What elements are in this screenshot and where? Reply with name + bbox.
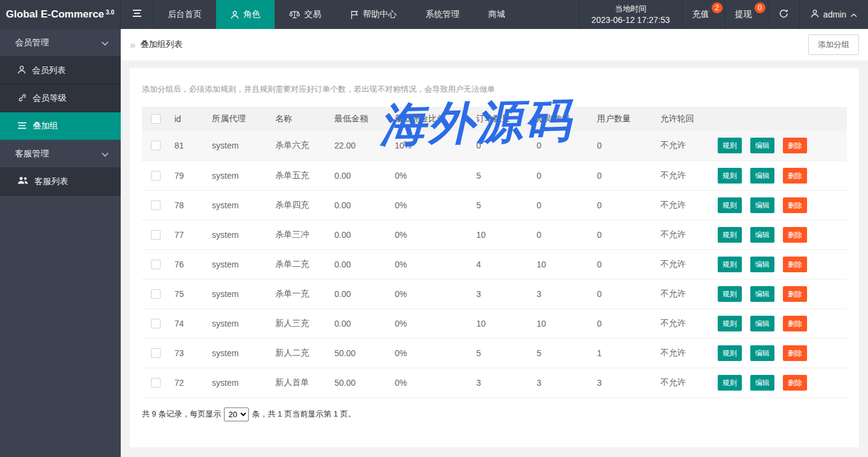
row-checkbox[interactable] bbox=[151, 200, 161, 210]
sidebar-toggle-button[interactable] bbox=[121, 0, 153, 29]
sidebar-item-member-list[interactable]: 会员列表 bbox=[0, 57, 121, 85]
edit-button[interactable]: 编辑 bbox=[750, 227, 774, 243]
recharge-label: 充值 bbox=[692, 9, 709, 20]
delete-button[interactable]: 删除 bbox=[783, 138, 807, 153]
cell-loop: 不允许 bbox=[657, 368, 714, 397]
col-header-loop: 允许轮回 bbox=[657, 107, 714, 131]
cell-id: 75 bbox=[171, 279, 208, 308]
cell-order-count: 5 bbox=[473, 338, 533, 368]
flag-icon bbox=[350, 10, 359, 19]
rule-button[interactable]: 规则 bbox=[718, 286, 742, 302]
row-checkbox[interactable] bbox=[151, 348, 161, 358]
cell-loop: 不允许 bbox=[657, 308, 714, 338]
delete-button[interactable]: 删除 bbox=[783, 168, 807, 184]
sidebar-item-stack-group[interactable]: 叠加组 bbox=[0, 112, 121, 140]
cell-actions: 规则编辑删除 bbox=[714, 279, 847, 308]
nav-item-system[interactable]: 系统管理 bbox=[411, 0, 474, 29]
scales-icon bbox=[289, 10, 300, 19]
cell-actions: 规则编辑删除 bbox=[714, 338, 847, 368]
row-checkbox[interactable] bbox=[151, 289, 161, 299]
add-group-button[interactable]: 添加分组 bbox=[808, 34, 859, 55]
sidebar-item-member-level[interactable]: 会员等级 bbox=[0, 85, 121, 112]
cell-actions: 规则编辑删除 bbox=[714, 249, 847, 279]
stack-group-table: id 所属代理 名称 最低金额 最低佣金比例 订单数量 规则数量 用户数量 允许… bbox=[142, 107, 847, 398]
sidebar-item-label: 会员等级 bbox=[33, 93, 66, 104]
delete-button[interactable]: 删除 bbox=[783, 286, 807, 302]
edit-button[interactable]: 编辑 bbox=[750, 197, 774, 213]
rule-button[interactable]: 规则 bbox=[718, 316, 742, 331]
withdraw-button[interactable]: 提现 0 bbox=[726, 0, 768, 29]
edit-button[interactable]: 编辑 bbox=[750, 345, 774, 361]
delete-button[interactable]: 删除 bbox=[783, 345, 807, 361]
edit-button[interactable]: 编辑 bbox=[750, 316, 774, 331]
delete-button[interactable]: 删除 bbox=[783, 197, 807, 213]
select-all-checkbox[interactable] bbox=[151, 114, 161, 124]
table-row: 81system杀单六充22.0010%000不允许规则编辑删除 bbox=[142, 131, 847, 161]
cell-actions: 规则编辑删除 bbox=[714, 368, 847, 397]
edit-button[interactable]: 编辑 bbox=[750, 286, 774, 302]
sidebar-item-label: 客服列表 bbox=[34, 176, 68, 187]
delete-button[interactable]: 删除 bbox=[783, 375, 807, 391]
rule-button[interactable]: 规则 bbox=[718, 375, 742, 391]
cell-id: 77 bbox=[171, 220, 208, 249]
link-icon bbox=[18, 93, 27, 104]
nav-label: 交易 bbox=[304, 9, 321, 20]
cell-agent: system bbox=[208, 338, 272, 368]
cell-loop: 不允许 bbox=[657, 249, 714, 279]
edit-button[interactable]: 编辑 bbox=[750, 257, 774, 272]
cell-agent: system bbox=[208, 308, 272, 338]
nav-item-dashboard[interactable]: 后台首页 bbox=[153, 0, 216, 29]
nav-item-help-center[interactable]: 帮助中心 bbox=[336, 0, 411, 29]
cell-order-count: 3 bbox=[473, 279, 533, 308]
sidebar-item-label: 会员列表 bbox=[32, 65, 66, 76]
nav-item-roles[interactable]: 角色 bbox=[216, 0, 275, 29]
user-menu[interactable]: admin bbox=[800, 0, 868, 29]
cell-rule-count: 3 bbox=[533, 279, 593, 308]
sidebar: 会员管理 会员列表 会员等级 叠加组 客服管理 客服列表 bbox=[0, 29, 121, 457]
rule-button[interactable]: 规则 bbox=[718, 345, 742, 361]
delete-button[interactable]: 删除 bbox=[783, 257, 807, 272]
refresh-button[interactable] bbox=[768, 0, 800, 29]
cell-id: 81 bbox=[171, 131, 208, 161]
cell-loop: 不允许 bbox=[657, 279, 714, 308]
cell-rule-count: 0 bbox=[533, 131, 593, 161]
rule-button[interactable]: 规则 bbox=[718, 138, 742, 153]
nav-item-mall[interactable]: 商城 bbox=[474, 0, 520, 29]
cell-name: 杀单六充 bbox=[272, 131, 331, 161]
sidebar-item-service-management[interactable]: 客服管理 bbox=[0, 140, 121, 168]
cell-name: 杀单五充 bbox=[272, 161, 331, 190]
recharge-button[interactable]: 充值 2 bbox=[683, 0, 726, 29]
sidebar-item-service-list[interactable]: 客服列表 bbox=[0, 168, 121, 196]
delete-button[interactable]: 删除 bbox=[783, 316, 807, 331]
table-header-row: id 所属代理 名称 最低金额 最低佣金比例 订单数量 规则数量 用户数量 允许… bbox=[142, 107, 847, 131]
col-header-user-count: 用户数量 bbox=[593, 107, 657, 131]
delete-button[interactable]: 删除 bbox=[783, 227, 807, 243]
row-checkbox[interactable] bbox=[151, 319, 161, 328]
rule-button[interactable]: 规则 bbox=[718, 197, 742, 213]
row-checkbox[interactable] bbox=[151, 141, 161, 150]
person-icon bbox=[18, 65, 26, 76]
chevron-down-icon bbox=[101, 38, 109, 48]
row-checkbox[interactable] bbox=[151, 230, 161, 240]
top-nav: 后台首页 角色 交易 帮助中心 系统管理 商城 bbox=[153, 0, 520, 29]
row-checkbox[interactable] bbox=[151, 378, 161, 388]
row-checkbox[interactable] bbox=[151, 171, 161, 181]
rule-button[interactable]: 规则 bbox=[718, 257, 742, 272]
cell-min-commission: 0% bbox=[391, 249, 473, 279]
edit-button[interactable]: 编辑 bbox=[750, 375, 774, 391]
cell-order-count: 5 bbox=[473, 161, 533, 190]
cell-min-commission: 10% bbox=[391, 131, 473, 161]
rule-button[interactable]: 规则 bbox=[718, 168, 742, 184]
person-icon bbox=[231, 10, 239, 19]
edit-button[interactable]: 编辑 bbox=[750, 168, 774, 184]
sidebar-item-member-management[interactable]: 会员管理 bbox=[0, 29, 121, 57]
page-size-select[interactable]: 20 bbox=[224, 407, 249, 421]
cell-name: 杀单四充 bbox=[272, 190, 331, 220]
rule-button[interactable]: 规则 bbox=[718, 227, 742, 243]
col-header-name: 名称 bbox=[272, 107, 331, 131]
edit-button[interactable]: 编辑 bbox=[750, 138, 774, 153]
row-checkbox[interactable] bbox=[151, 260, 161, 269]
cell-min-amount: 0.00 bbox=[331, 161, 391, 190]
cell-min-amount: 50.00 bbox=[331, 338, 391, 368]
nav-item-trade[interactable]: 交易 bbox=[275, 0, 336, 29]
